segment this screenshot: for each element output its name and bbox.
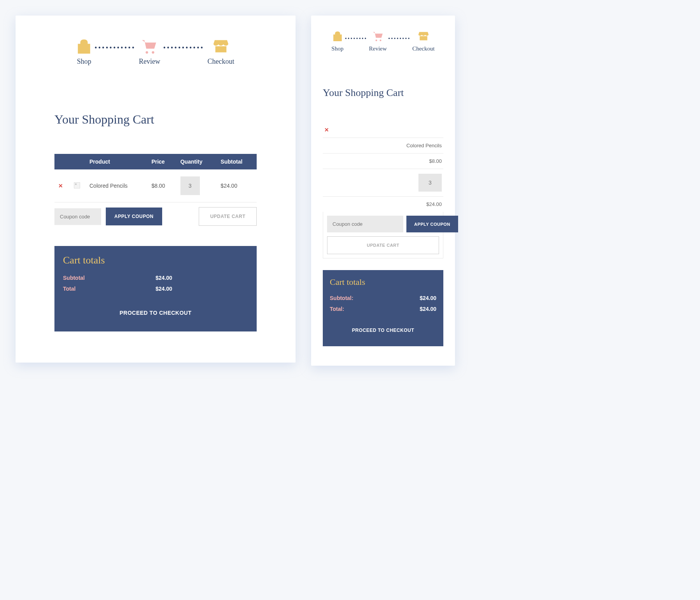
- subtotal-label: Subtotal: [63, 275, 156, 281]
- step-divider: •••••••••••: [91, 44, 139, 61]
- step-label: Review: [369, 45, 387, 52]
- remove-item-button[interactable]: ✕: [324, 127, 329, 133]
- total-label: Total:: [330, 306, 344, 312]
- cart-totals: Cart totals Subtotal $24.00 Total $24.00…: [54, 246, 257, 331]
- cart-actions: APPLY COUPON UPDATE CART: [323, 212, 443, 258]
- cart-totals: Cart totals Subtotal: $24.00 Total: $24.…: [323, 270, 443, 346]
- step-label: Review: [139, 58, 160, 65]
- quantity-input[interactable]: [418, 174, 442, 192]
- subtotal-value: $24.00: [420, 295, 436, 301]
- step-divider: ••••••••: [343, 36, 369, 48]
- subtotal-label: Subtotal:: [330, 295, 354, 301]
- product-name[interactable]: Colored Pencils: [406, 143, 442, 148]
- col-subtotal: Subtotal: [217, 154, 257, 169]
- store-icon: [212, 39, 229, 54]
- step-label: Checkout: [208, 58, 234, 65]
- step-shop[interactable]: Shop: [331, 31, 343, 52]
- coupon-input[interactable]: [54, 208, 101, 225]
- page-title: Your Shopping Cart: [323, 87, 443, 99]
- mobile-row-qty: [323, 169, 443, 197]
- store-icon: [418, 31, 429, 41]
- mobile-row-remove: ✕: [323, 122, 443, 138]
- update-cart-button[interactable]: UPDATE CART: [327, 236, 439, 254]
- product-thumbnail[interactable]: [74, 182, 80, 188]
- col-quantity: Quantity: [177, 154, 217, 169]
- step-divider: •••••••••••: [160, 44, 208, 61]
- step-label: Checkout: [412, 45, 435, 52]
- desktop-view: Shop ••••••••••• Review ••••••••••• Chec…: [16, 16, 296, 363]
- proceed-to-checkout-button[interactable]: PROCEED TO CHECKOUT: [63, 310, 248, 316]
- step-label: Shop: [331, 45, 343, 52]
- totals-heading: Cart totals: [330, 277, 436, 287]
- product-subtotal: $24.00: [217, 169, 257, 202]
- table-row: ✕ Colored Pencils $8.00 $24.00: [54, 169, 257, 202]
- remove-item-button[interactable]: ✕: [58, 183, 63, 189]
- col-product: Product: [86, 154, 147, 169]
- product-price: $8.00: [147, 169, 176, 202]
- product-subtotal: $24.00: [426, 201, 442, 207]
- shopping-bag-icon: [332, 31, 343, 41]
- cart-icon: [372, 31, 384, 41]
- step-checkout[interactable]: Checkout: [208, 39, 234, 66]
- apply-coupon-button[interactable]: APPLY COUPON: [406, 216, 458, 232]
- progress-stepper: Shop •••••••• Review •••••••• Checkout: [311, 31, 455, 52]
- step-checkout[interactable]: Checkout: [412, 31, 435, 52]
- shopping-bag-icon: [77, 39, 91, 54]
- total-value: $24.00: [156, 286, 172, 292]
- product-price: $8.00: [429, 158, 442, 164]
- update-cart-button[interactable]: UPDATE CART: [199, 207, 257, 226]
- apply-coupon-button[interactable]: APPLY COUPON: [106, 208, 162, 225]
- col-price: Price: [147, 154, 176, 169]
- cart-actions: APPLY COUPON UPDATE CART: [54, 202, 257, 230]
- page-title: Your Shopping Cart: [54, 112, 257, 127]
- step-shop[interactable]: Shop: [77, 39, 91, 66]
- mobile-row-price: $8.00: [323, 153, 443, 169]
- totals-heading: Cart totals: [63, 255, 248, 266]
- quantity-input[interactable]: [180, 176, 200, 195]
- subtotal-value: $24.00: [156, 275, 172, 281]
- product-name[interactable]: Colored Pencils: [86, 169, 147, 202]
- mobile-row-subtotal: $24.00: [323, 197, 443, 212]
- coupon-input[interactable]: [327, 216, 403, 232]
- step-review[interactable]: Review: [369, 31, 387, 52]
- total-label: Total: [63, 286, 156, 292]
- proceed-to-checkout-button[interactable]: PROCEED TO CHECKOUT: [330, 328, 436, 333]
- step-review[interactable]: Review: [139, 39, 160, 66]
- total-value: $24.00: [420, 306, 436, 312]
- mobile-row-name: Colored Pencils: [323, 138, 443, 153]
- step-divider: ••••••••: [387, 36, 413, 48]
- cart-table: Product Price Quantity Subtotal ✕ Colore…: [54, 154, 257, 202]
- cart-icon: [141, 39, 158, 54]
- mobile-view: Shop •••••••• Review •••••••• Checkout Y…: [311, 16, 455, 366]
- step-label: Shop: [77, 58, 91, 65]
- progress-stepper: Shop ••••••••••• Review ••••••••••• Chec…: [16, 39, 296, 66]
